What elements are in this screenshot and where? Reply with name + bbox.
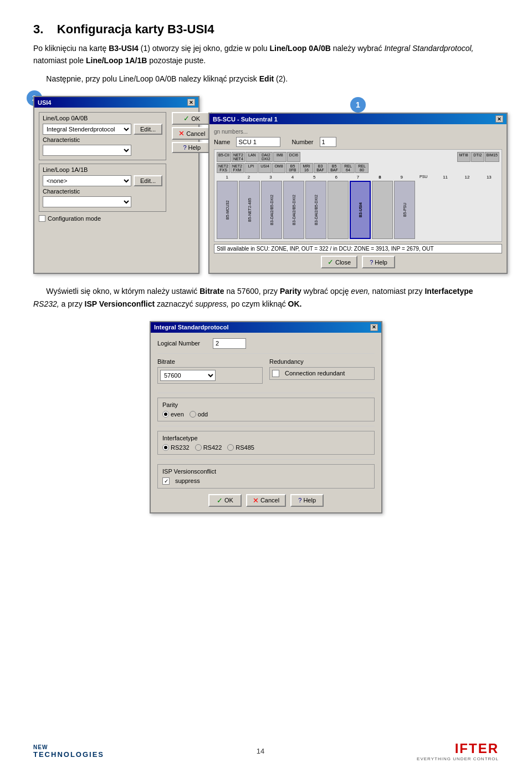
scu-slot-bim15: BIM15 bbox=[485, 152, 499, 162]
scu-help-btn-footer[interactable]: ? Help bbox=[362, 256, 395, 268]
usi4-config-label: Configuration mode bbox=[48, 215, 101, 222]
scu-close-btn-footer[interactable]: ✓ Close bbox=[321, 256, 357, 268]
suppress-label: suppress bbox=[175, 477, 200, 484]
usi4-close-btn[interactable]: ✕ bbox=[187, 99, 195, 106]
scu-slot-row-2: NET2FXS NET2FXM LPI USI4 OM8 B50FB MRI16… bbox=[217, 163, 499, 173]
section-heading: Konfiguracja karty B3-USI4 bbox=[57, 22, 214, 36]
usi4-section-0a0b-label: Line/Loop 0A/0B bbox=[43, 115, 162, 121]
parity-even-option[interactable]: even bbox=[162, 411, 184, 418]
scu-num-9: 9 bbox=[391, 175, 412, 180]
integral-body: Logical Number Bitrate 57600 9600 bbox=[151, 333, 381, 512]
usi4-help-btn[interactable]: ? Help bbox=[172, 142, 212, 153]
description-paragraph: Wyświetli się okno, w którym należy usta… bbox=[33, 285, 499, 310]
integral-ok-label: OK bbox=[224, 497, 233, 504]
section-title: 3. Konfiguracja karty B3-USI4 bbox=[33, 22, 499, 37]
scu-close-btn[interactable]: ✕ bbox=[495, 115, 503, 123]
logical-number-row: Logical Number bbox=[157, 338, 375, 349]
parity-odd-radio[interactable] bbox=[190, 411, 196, 418]
integral-cancel-icon: ✕ bbox=[253, 496, 259, 505]
parity-even-label: even bbox=[171, 411, 184, 418]
interfacetype-label: Interfacetype bbox=[162, 435, 370, 441]
logical-number-label: Logical Number bbox=[157, 340, 213, 347]
interface-rs232-option[interactable]: RS232 bbox=[162, 444, 190, 451]
usi4-action-buttons: ✓ OK ✕ Cancel ? Help bbox=[172, 112, 212, 222]
scu-num-4: 4 bbox=[282, 175, 303, 180]
scu-slot-dci6: DCI6 bbox=[287, 152, 300, 162]
usi4-section-1a1b-label: Line/Loop 1A/1B bbox=[43, 166, 162, 173]
redundancy-col: Redundancy Connection redundant bbox=[269, 358, 375, 388]
scu-slot-im8: IM8 bbox=[273, 152, 287, 162]
parity-label: Parity bbox=[162, 401, 370, 408]
integral-dialog: Integral Standardprotocol ✕ Logical Numb… bbox=[150, 321, 382, 513]
usi4-cancel-btn[interactable]: ✕ Cancel bbox=[172, 127, 212, 140]
integral-titlebar: Integral Standardprotocol ✕ bbox=[151, 322, 381, 333]
usi4-characteristic-select-2 bbox=[43, 196, 162, 207]
logical-number-input[interactable] bbox=[213, 338, 246, 349]
scu-slot-spacer1 bbox=[301, 152, 457, 162]
isp-suppress-row: ✓ suppress bbox=[162, 477, 370, 485]
scu-num-13: 13 bbox=[479, 175, 499, 180]
scu-slot-rel80: REL80 bbox=[355, 163, 369, 173]
interface-rs232-label: RS232 bbox=[171, 444, 190, 451]
interface-rs422-radio[interactable] bbox=[195, 444, 202, 451]
connection-redundant-checkbox[interactable] bbox=[272, 370, 279, 377]
integral-help-label: Help bbox=[303, 497, 316, 504]
scu-body: gn numbers... Name Number bbox=[209, 124, 507, 273]
usi4-ok-label: OK bbox=[191, 115, 200, 122]
scu-dialog: B5-SCU - Subcentral 1 ✕ gn numbers... Na… bbox=[208, 113, 508, 274]
interface-rs422-option[interactable]: RS422 bbox=[195, 444, 222, 451]
usi4-edit-btn-1[interactable]: Edit... bbox=[134, 124, 162, 135]
scu-cards: B5-MCU32 B5-NET2-485 B3-DAI2/B5-DXI2 B3-… bbox=[217, 181, 499, 239]
bitrate-select[interactable]: 57600 9600 19200 38400 115200 bbox=[160, 370, 216, 381]
usi4-select-row-1: Integral Stenderdprotocol Edit... bbox=[43, 124, 162, 135]
interface-rs485-option[interactable]: RS485 bbox=[227, 444, 254, 451]
integral-ok-btn[interactable]: ✓ OK bbox=[208, 494, 242, 507]
parity-even-radio[interactable] bbox=[162, 411, 169, 418]
parity-odd-option[interactable]: odd bbox=[190, 411, 208, 418]
usi4-characteristic-row-1: Characteristic bbox=[43, 136, 162, 143]
usi4-select-2[interactable]: <none> bbox=[43, 175, 131, 186]
scu-slot-b5-0fb: B50FB bbox=[286, 163, 299, 173]
integral-cancel-btn[interactable]: ✕ Cancel bbox=[246, 494, 286, 507]
footer-tagline: EVERYTHING UNDER CONTROL bbox=[417, 756, 499, 761]
scu-num-3: 3 bbox=[260, 175, 281, 180]
scu-name-label: Name bbox=[214, 139, 230, 145]
scu-name-input[interactable] bbox=[236, 137, 280, 147]
scu-card-usi4[interactable]: B3-USI4 bbox=[350, 181, 371, 239]
usi4-characteristic-dropdown-2[interactable] bbox=[43, 196, 131, 207]
parity-options-row: even odd bbox=[162, 411, 370, 418]
usi4-section-0a0b: Line/Loop 0A/0B Integral Stenderdprotoco… bbox=[39, 112, 166, 160]
scu-slot-mri16: MRI16 bbox=[300, 163, 313, 173]
isp-label: ISP Versionsconflict bbox=[162, 468, 370, 475]
usi4-select-row-2: <none> Edit... bbox=[43, 175, 162, 186]
suppress-checkbox[interactable]: ✓ bbox=[162, 477, 170, 485]
scu-number-input[interactable] bbox=[320, 137, 336, 147]
scu-footer-buttons: ✓ Close ? Help bbox=[214, 256, 502, 268]
integral-help-icon: ? bbox=[298, 497, 301, 504]
scu-slot-dti2: DTI2 bbox=[471, 152, 484, 162]
usi4-edit-btn-2[interactable]: Edit... bbox=[134, 175, 162, 186]
integral-close-title-btn[interactable]: ✕ bbox=[370, 324, 378, 331]
page-footer: NEW TECHNOLOGIES 14 IFTER EVERYTHING UND… bbox=[0, 741, 532, 761]
bitrate-row: 57600 9600 19200 38400 115200 bbox=[160, 370, 260, 381]
scu-name-number-row: Name Number bbox=[214, 137, 502, 147]
usi4-titlebar: USI4 ✕ bbox=[34, 97, 198, 108]
scu-slot-b5baf: B5BAF bbox=[328, 163, 341, 173]
scu-card-psu: B5-PSU bbox=[394, 181, 415, 239]
interface-rs485-label: RS485 bbox=[236, 444, 254, 451]
scu-slot-b3baf: B3BAF bbox=[314, 163, 327, 173]
usi4-select-1[interactable]: Integral Stenderdprotocol bbox=[43, 124, 131, 135]
usi4-ok-btn[interactable]: ✓ OK bbox=[172, 112, 212, 125]
integral-cancel-label: Cancel bbox=[260, 497, 279, 504]
usi4-titlebar-buttons: ✕ bbox=[187, 99, 195, 106]
footer-logo-left: NEW TECHNOLOGIES bbox=[33, 744, 104, 759]
interface-rs485-radio[interactable] bbox=[227, 444, 234, 451]
divider-2 bbox=[157, 393, 375, 393]
usi4-config-checkbox[interactable] bbox=[39, 215, 45, 222]
usi4-characteristic-dropdown-1[interactable] bbox=[43, 145, 131, 156]
scu-subtitle: gn numbers... bbox=[214, 129, 502, 135]
connection-redundant-label: Connection redundant bbox=[285, 370, 345, 377]
ok-icon: ✓ bbox=[183, 114, 190, 123]
interface-rs232-radio[interactable] bbox=[162, 444, 169, 451]
integral-help-btn[interactable]: ? Help bbox=[290, 494, 324, 507]
